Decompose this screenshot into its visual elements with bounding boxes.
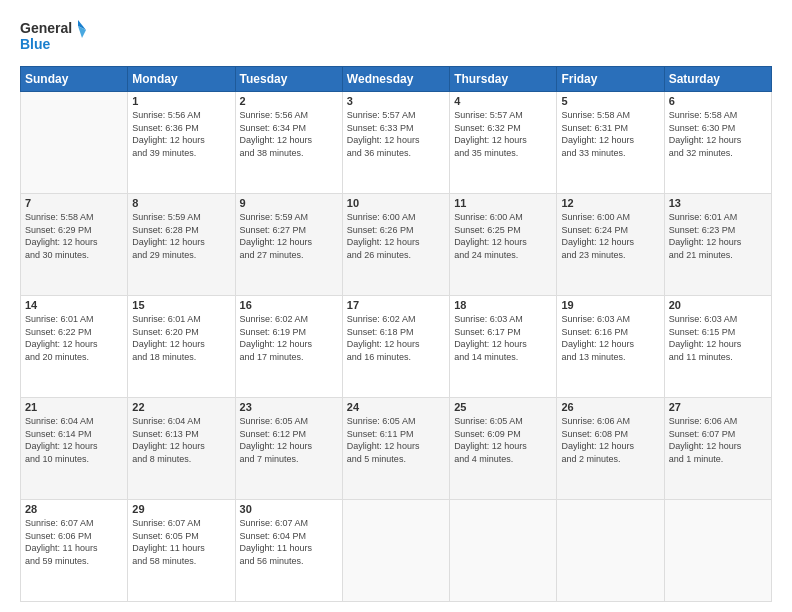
calendar-cell: 24Sunrise: 6:05 AM Sunset: 6:11 PM Dayli… xyxy=(342,398,449,500)
day-info: Sunrise: 6:06 AM Sunset: 6:08 PM Dayligh… xyxy=(561,415,659,465)
calendar-cell: 21Sunrise: 6:04 AM Sunset: 6:14 PM Dayli… xyxy=(21,398,128,500)
week-row-1: 1Sunrise: 5:56 AM Sunset: 6:36 PM Daylig… xyxy=(21,92,772,194)
week-row-4: 21Sunrise: 6:04 AM Sunset: 6:14 PM Dayli… xyxy=(21,398,772,500)
calendar-cell: 15Sunrise: 6:01 AM Sunset: 6:20 PM Dayli… xyxy=(128,296,235,398)
page: General Blue SundayMondayTuesdayWednesda… xyxy=(0,0,792,612)
calendar-cell: 29Sunrise: 6:07 AM Sunset: 6:05 PM Dayli… xyxy=(128,500,235,602)
day-info: Sunrise: 6:01 AM Sunset: 6:23 PM Dayligh… xyxy=(669,211,767,261)
svg-text:Blue: Blue xyxy=(20,36,51,52)
week-row-3: 14Sunrise: 6:01 AM Sunset: 6:22 PM Dayli… xyxy=(21,296,772,398)
day-number: 16 xyxy=(240,299,338,311)
day-info: Sunrise: 6:01 AM Sunset: 6:20 PM Dayligh… xyxy=(132,313,230,363)
calendar-cell xyxy=(21,92,128,194)
calendar-cell: 16Sunrise: 6:02 AM Sunset: 6:19 PM Dayli… xyxy=(235,296,342,398)
calendar-cell: 7Sunrise: 5:58 AM Sunset: 6:29 PM Daylig… xyxy=(21,194,128,296)
day-number: 8 xyxy=(132,197,230,209)
day-info: Sunrise: 6:05 AM Sunset: 6:11 PM Dayligh… xyxy=(347,415,445,465)
calendar-cell: 6Sunrise: 5:58 AM Sunset: 6:30 PM Daylig… xyxy=(664,92,771,194)
calendar-cell: 26Sunrise: 6:06 AM Sunset: 6:08 PM Dayli… xyxy=(557,398,664,500)
day-number: 10 xyxy=(347,197,445,209)
day-number: 9 xyxy=(240,197,338,209)
day-number: 27 xyxy=(669,401,767,413)
day-number: 1 xyxy=(132,95,230,107)
week-row-5: 28Sunrise: 6:07 AM Sunset: 6:06 PM Dayli… xyxy=(21,500,772,602)
calendar-cell: 13Sunrise: 6:01 AM Sunset: 6:23 PM Dayli… xyxy=(664,194,771,296)
calendar-cell: 27Sunrise: 6:06 AM Sunset: 6:07 PM Dayli… xyxy=(664,398,771,500)
day-info: Sunrise: 6:06 AM Sunset: 6:07 PM Dayligh… xyxy=(669,415,767,465)
calendar-cell xyxy=(450,500,557,602)
day-info: Sunrise: 6:04 AM Sunset: 6:14 PM Dayligh… xyxy=(25,415,123,465)
calendar-cell: 3Sunrise: 5:57 AM Sunset: 6:33 PM Daylig… xyxy=(342,92,449,194)
calendar-cell: 25Sunrise: 6:05 AM Sunset: 6:09 PM Dayli… xyxy=(450,398,557,500)
day-info: Sunrise: 5:58 AM Sunset: 6:30 PM Dayligh… xyxy=(669,109,767,159)
day-number: 12 xyxy=(561,197,659,209)
logo-svg: General Blue xyxy=(20,16,90,56)
calendar-cell: 1Sunrise: 5:56 AM Sunset: 6:36 PM Daylig… xyxy=(128,92,235,194)
calendar-cell: 22Sunrise: 6:04 AM Sunset: 6:13 PM Dayli… xyxy=(128,398,235,500)
day-number: 5 xyxy=(561,95,659,107)
calendar-cell: 17Sunrise: 6:02 AM Sunset: 6:18 PM Dayli… xyxy=(342,296,449,398)
day-number: 28 xyxy=(25,503,123,515)
day-info: Sunrise: 6:00 AM Sunset: 6:26 PM Dayligh… xyxy=(347,211,445,261)
week-row-2: 7Sunrise: 5:58 AM Sunset: 6:29 PM Daylig… xyxy=(21,194,772,296)
calendar-cell: 10Sunrise: 6:00 AM Sunset: 6:26 PM Dayli… xyxy=(342,194,449,296)
day-number: 3 xyxy=(347,95,445,107)
day-info: Sunrise: 5:56 AM Sunset: 6:34 PM Dayligh… xyxy=(240,109,338,159)
calendar-cell: 18Sunrise: 6:03 AM Sunset: 6:17 PM Dayli… xyxy=(450,296,557,398)
day-number: 25 xyxy=(454,401,552,413)
calendar-cell xyxy=(342,500,449,602)
day-info: Sunrise: 6:03 AM Sunset: 6:15 PM Dayligh… xyxy=(669,313,767,363)
calendar-cell xyxy=(557,500,664,602)
calendar-cell: 12Sunrise: 6:00 AM Sunset: 6:24 PM Dayli… xyxy=(557,194,664,296)
weekday-header-row: SundayMondayTuesdayWednesdayThursdayFrid… xyxy=(21,67,772,92)
calendar-cell: 30Sunrise: 6:07 AM Sunset: 6:04 PM Dayli… xyxy=(235,500,342,602)
calendar-cell: 4Sunrise: 5:57 AM Sunset: 6:32 PM Daylig… xyxy=(450,92,557,194)
day-number: 15 xyxy=(132,299,230,311)
day-number: 29 xyxy=(132,503,230,515)
day-info: Sunrise: 6:03 AM Sunset: 6:16 PM Dayligh… xyxy=(561,313,659,363)
header: General Blue xyxy=(20,16,772,56)
day-info: Sunrise: 6:00 AM Sunset: 6:25 PM Dayligh… xyxy=(454,211,552,261)
day-info: Sunrise: 5:59 AM Sunset: 6:27 PM Dayligh… xyxy=(240,211,338,261)
day-info: Sunrise: 5:56 AM Sunset: 6:36 PM Dayligh… xyxy=(132,109,230,159)
calendar-cell: 14Sunrise: 6:01 AM Sunset: 6:22 PM Dayli… xyxy=(21,296,128,398)
weekday-header-saturday: Saturday xyxy=(664,67,771,92)
calendar-cell xyxy=(664,500,771,602)
day-info: Sunrise: 6:03 AM Sunset: 6:17 PM Dayligh… xyxy=(454,313,552,363)
svg-text:General: General xyxy=(20,20,72,36)
calendar-cell: 11Sunrise: 6:00 AM Sunset: 6:25 PM Dayli… xyxy=(450,194,557,296)
day-number: 24 xyxy=(347,401,445,413)
day-number: 30 xyxy=(240,503,338,515)
day-info: Sunrise: 5:57 AM Sunset: 6:32 PM Dayligh… xyxy=(454,109,552,159)
day-number: 6 xyxy=(669,95,767,107)
logo: General Blue xyxy=(20,16,90,56)
weekday-header-tuesday: Tuesday xyxy=(235,67,342,92)
day-info: Sunrise: 6:04 AM Sunset: 6:13 PM Dayligh… xyxy=(132,415,230,465)
day-number: 19 xyxy=(561,299,659,311)
calendar-cell: 28Sunrise: 6:07 AM Sunset: 6:06 PM Dayli… xyxy=(21,500,128,602)
calendar-cell: 20Sunrise: 6:03 AM Sunset: 6:15 PM Dayli… xyxy=(664,296,771,398)
day-info: Sunrise: 6:00 AM Sunset: 6:24 PM Dayligh… xyxy=(561,211,659,261)
day-number: 7 xyxy=(25,197,123,209)
day-info: Sunrise: 5:58 AM Sunset: 6:31 PM Dayligh… xyxy=(561,109,659,159)
day-info: Sunrise: 5:57 AM Sunset: 6:33 PM Dayligh… xyxy=(347,109,445,159)
calendar-cell: 9Sunrise: 5:59 AM Sunset: 6:27 PM Daylig… xyxy=(235,194,342,296)
day-number: 11 xyxy=(454,197,552,209)
day-info: Sunrise: 6:07 AM Sunset: 6:06 PM Dayligh… xyxy=(25,517,123,567)
day-number: 4 xyxy=(454,95,552,107)
weekday-header-monday: Monday xyxy=(128,67,235,92)
calendar-cell: 5Sunrise: 5:58 AM Sunset: 6:31 PM Daylig… xyxy=(557,92,664,194)
weekday-header-friday: Friday xyxy=(557,67,664,92)
day-number: 2 xyxy=(240,95,338,107)
weekday-header-sunday: Sunday xyxy=(21,67,128,92)
day-info: Sunrise: 5:58 AM Sunset: 6:29 PM Dayligh… xyxy=(25,211,123,261)
day-info: Sunrise: 6:01 AM Sunset: 6:22 PM Dayligh… xyxy=(25,313,123,363)
day-number: 21 xyxy=(25,401,123,413)
day-info: Sunrise: 5:59 AM Sunset: 6:28 PM Dayligh… xyxy=(132,211,230,261)
day-number: 13 xyxy=(669,197,767,209)
day-number: 26 xyxy=(561,401,659,413)
day-info: Sunrise: 6:05 AM Sunset: 6:12 PM Dayligh… xyxy=(240,415,338,465)
calendar-table: SundayMondayTuesdayWednesdayThursdayFrid… xyxy=(20,66,772,602)
weekday-header-thursday: Thursday xyxy=(450,67,557,92)
day-number: 23 xyxy=(240,401,338,413)
